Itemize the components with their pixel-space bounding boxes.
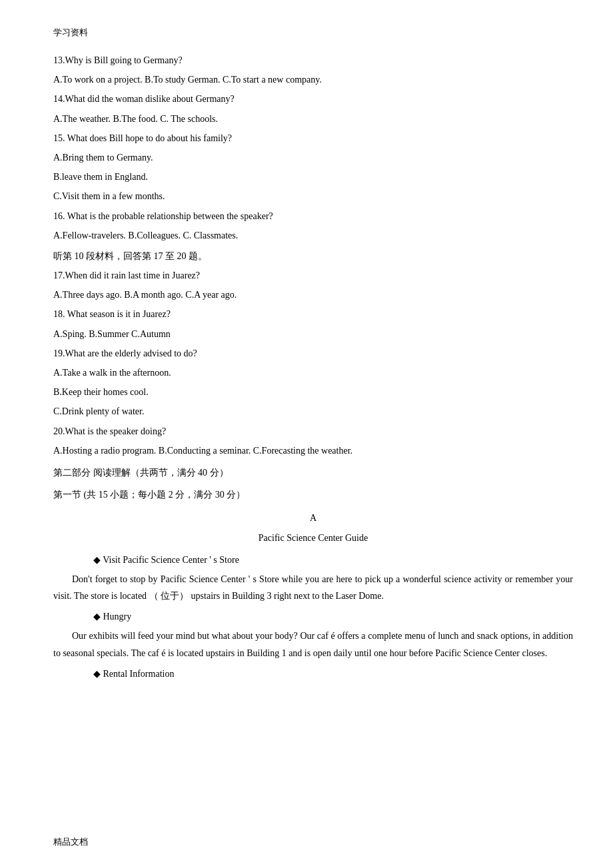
question-14: 14.What did the woman dislike about Germ…	[53, 91, 573, 107]
answer-19c: C.Drink plenty of water.	[53, 403, 573, 420]
answer-15b: B.leave them in England.	[53, 169, 573, 185]
header-label: 学习资料	[53, 27, 573, 39]
question-19: 19.What are the elderly advised to do?	[53, 345, 573, 362]
bullet1-title: ◆ Visit Pacific Science Center ' s Store	[93, 552, 573, 568]
bullet3-title: ◆ Rental Information	[93, 665, 573, 682]
answer-15a: A.Bring them to Germany.	[53, 149, 573, 166]
footer-label: 精品文档	[53, 836, 88, 848]
answer-17: A.Three days ago. B.A month ago. C.A yea…	[53, 286, 573, 303]
page-container: 学习资料 13.Why is Bill going to Germany? A.…	[0, 0, 613, 868]
section-10-transition: 听第 10 段材料，回答第 17 至 20 题。	[53, 248, 573, 264]
question-17: 17.When did it rain last time in Juarez?	[53, 267, 573, 284]
question-18: 18. What season is it in Juarez?	[53, 306, 573, 322]
passage-letter: A	[53, 510, 573, 526]
question-15: 15. What does Bill hope to do about his …	[53, 130, 573, 147]
answer-16: A.Fellow-travelers. B.Colleagues. C. Cla…	[53, 227, 573, 244]
bullet1-body: Don't forget to stop by Pacific Science …	[53, 571, 573, 604]
bullet2-body: Our exhibits will feed your mind but wha…	[53, 628, 573, 661]
question-13: 13.Why is Bill going to Germany?	[53, 52, 573, 69]
answer-15c: C.Visit them in a few months.	[53, 188, 573, 205]
bullet2-title: ◆ Hungry	[93, 608, 573, 625]
answer-18: A.Sping. B.Summer C.Autumn	[53, 326, 573, 342]
answer-13: A.To work on a project. B.To study Germa…	[53, 71, 573, 88]
answer-20: A.Hosting a radio program. B.Conducting …	[53, 442, 573, 459]
question-16: 16. What is the probable relationship be…	[53, 208, 573, 224]
main-content: 13.Why is Bill going to Germany? A.To wo…	[53, 52, 573, 682]
question-20: 20.What is the speaker doing?	[53, 423, 573, 440]
section1-title: 第一节 (共 15 小题；每小题 2 分，满分 30 分）	[53, 486, 573, 503]
part2-title: 第二部分 阅读理解（共两节，满分 40 分）	[53, 464, 573, 481]
answer-19b: B.Keep their homes cool.	[53, 384, 573, 400]
answer-14: A.The weather. B.The food. C. The school…	[53, 111, 573, 127]
passage-title: Pacific Science Center Guide	[53, 530, 573, 546]
answer-19a: A.Take a walk in the afternoon.	[53, 364, 573, 381]
